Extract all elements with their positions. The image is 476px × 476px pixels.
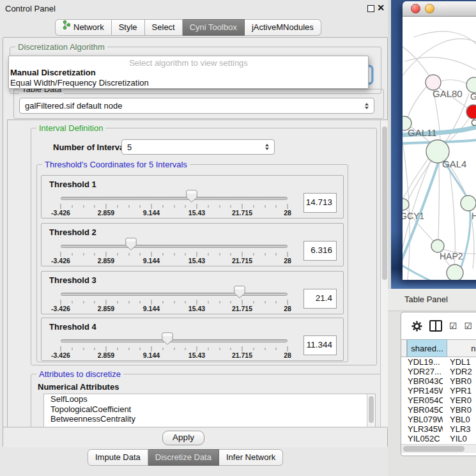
zoom-window-button[interactable] bbox=[439, 4, 447, 13]
network-node-gcy1[interactable] bbox=[403, 199, 409, 210]
tick-mark bbox=[128, 301, 129, 303]
threshold-value-field[interactable]: 14.713 bbox=[303, 193, 337, 213]
network-node-label: GAL4 bbox=[442, 158, 466, 169]
slider-track[interactable] bbox=[61, 245, 288, 248]
network-node-c[interactable] bbox=[466, 105, 476, 119]
slider-handle-icon[interactable] bbox=[125, 238, 137, 250]
tab-network[interactable]: Network bbox=[55, 19, 112, 36]
network-node-hap2[interactable] bbox=[431, 240, 444, 252]
scale-label: -3.426 bbox=[51, 257, 70, 265]
attribute-item[interactable]: BetweennessCentrality bbox=[44, 414, 375, 424]
table-row[interactable]: YBL079WYBL0 bbox=[401, 415, 476, 424]
network-icon bbox=[63, 20, 70, 35]
checkbox-checked-icon[interactable]: ☑ bbox=[464, 321, 473, 330]
table-row[interactable]: YPR145WYPR1 bbox=[401, 386, 476, 395]
attribute-item[interactable]: TopologicalCoefficient bbox=[44, 404, 375, 415]
table-row[interactable]: YIL052CYIL0 bbox=[401, 434, 476, 443]
table-row[interactable]: YBR045CYBR0 bbox=[401, 405, 476, 415]
slider-handle-icon[interactable] bbox=[162, 332, 173, 345]
network-node-h[interactable] bbox=[461, 196, 476, 211]
slider-handle-icon[interactable] bbox=[234, 286, 245, 298]
threshold-card: Threshold 2 -3.4262.8599.14415.4321.7152… bbox=[41, 223, 344, 266]
network-node[interactable] bbox=[447, 265, 463, 280]
scale-label: 28 bbox=[284, 351, 291, 359]
network-edge[interactable] bbox=[408, 87, 426, 117]
tab-style[interactable]: Style bbox=[112, 19, 145, 36]
table-cell-shared-name: YDR27... bbox=[401, 367, 443, 376]
algorithm-option-equal-width[interactable]: Equal Width/Frequency Discretization bbox=[10, 78, 149, 88]
slider-scale-labels: -3.4262.8599.14415.4321.71528 bbox=[61, 351, 288, 360]
tick-mark bbox=[288, 204, 288, 209]
table-row[interactable]: YER054CYER0 bbox=[401, 395, 476, 405]
numerical-attributes-list[interactable]: SelfLoopsTopologicalCoefficientBetweenne… bbox=[43, 394, 376, 428]
scale-label: 2.859 bbox=[98, 351, 114, 359]
threshold-slider[interactable]: -3.4262.8599.14415.4321.71528 bbox=[61, 224, 288, 266]
apply-button[interactable]: Apply bbox=[162, 431, 204, 445]
table-horizontal-scrollbar[interactable] bbox=[401, 444, 476, 453]
table-row[interactable]: YDL19...YDL1 bbox=[401, 357, 476, 367]
tick-mark bbox=[72, 253, 72, 256]
threshold-slider[interactable]: -3.4262.8599.14415.4321.71528 bbox=[61, 176, 288, 218]
table-row[interactable]: YLR345WYLR3 bbox=[401, 424, 476, 434]
bottom-tab-bar: Impute DataDiscretize DataInfer Network bbox=[88, 449, 283, 466]
slider-scale-labels: -3.4262.8599.14415.4321.71528 bbox=[61, 209, 288, 217]
algorithm-option-manual[interactable]: Manual Discretization bbox=[10, 68, 96, 77]
table-row[interactable]: YDR27...YDR2 bbox=[401, 367, 476, 376]
algorithm-placeholder-option[interactable]: Select algorithm to view settings bbox=[9, 58, 368, 68]
minimize-window-button[interactable] bbox=[425, 4, 434, 13]
tick-mark bbox=[242, 346, 243, 351]
threshold-value-field[interactable]: 21.4 bbox=[303, 289, 337, 309]
slider-track[interactable] bbox=[61, 197, 288, 200]
split-columns-icon[interactable] bbox=[429, 320, 442, 332]
table-cell-shared-name: YER054C bbox=[401, 395, 443, 405]
tick-mark bbox=[72, 348, 72, 350]
checkbox-checked-icon[interactable]: ☑ bbox=[449, 321, 457, 330]
close-window-button[interactable] bbox=[411, 4, 420, 13]
tick-mark bbox=[197, 300, 197, 305]
table-header-row: shared... na bbox=[401, 339, 476, 357]
slider-handle-icon[interactable] bbox=[186, 190, 197, 203]
tab-impute-data[interactable]: Impute Data bbox=[88, 449, 148, 466]
tab-select[interactable]: Select bbox=[145, 19, 183, 36]
tick-mark bbox=[276, 253, 277, 256]
column-header-shared-name[interactable]: shared... bbox=[407, 339, 447, 357]
network-edge[interactable] bbox=[405, 57, 476, 72]
tab-discretize-data[interactable]: Discretize Data bbox=[148, 449, 219, 466]
scale-label: 2.859 bbox=[98, 257, 114, 265]
tick-mark bbox=[72, 205, 72, 208]
tick-mark bbox=[128, 348, 129, 350]
attribute-item[interactable]: SelfLoops bbox=[44, 394, 375, 404]
tab-infer-network[interactable]: Infer Network bbox=[219, 449, 283, 466]
tick-mark bbox=[140, 205, 141, 208]
table-row[interactable]: YBR043CYBR0 bbox=[401, 376, 476, 386]
threshold-slider[interactable]: -3.4262.8599.14415.4321.71528 bbox=[61, 272, 288, 314]
tab-jactivemnodules[interactable]: jActiveMNodules bbox=[245, 19, 321, 36]
number-of-intervals-select[interactable]: 5 bbox=[121, 139, 275, 155]
slider-track[interactable] bbox=[61, 339, 288, 342]
threshold-value-field[interactable]: 6.316 bbox=[303, 241, 337, 261]
tab-cyni-toolbox[interactable]: Cyni Toolbox bbox=[183, 19, 245, 36]
table-data-select[interactable]: galFiltered.sif default node bbox=[19, 98, 374, 114]
float-panel-icon[interactable] bbox=[367, 5, 374, 12]
network-node-label: GA bbox=[470, 91, 476, 102]
tick-mark bbox=[83, 253, 84, 256]
tick-mark bbox=[231, 301, 231, 303]
network-canvas[interactable]: GAL80GACGAL11GAL4GCY1HHAP2 bbox=[403, 17, 476, 280]
network-edge[interactable] bbox=[438, 164, 439, 239]
network-edge[interactable] bbox=[441, 80, 467, 84]
close-panel-icon[interactable]: ✕ bbox=[377, 3, 385, 13]
apply-strip: Apply bbox=[3, 427, 387, 447]
network-edge[interactable] bbox=[403, 39, 476, 75]
tick-mark bbox=[61, 204, 61, 209]
combo-stepper-icon bbox=[261, 144, 269, 150]
threshold-slider[interactable]: -3.4262.8599.14415.4321.71528 bbox=[61, 318, 288, 360]
scale-label: 9.144 bbox=[143, 209, 160, 217]
attributes-list-scrollbar[interactable] bbox=[367, 394, 375, 428]
settings-gear-icon[interactable] bbox=[411, 321, 422, 332]
slider-track[interactable] bbox=[61, 293, 288, 296]
scale-label: -3.426 bbox=[51, 351, 70, 359]
column-header-name[interactable]: na bbox=[447, 339, 476, 357]
tick-mark bbox=[174, 205, 174, 208]
threshold-value-field[interactable]: 11.344 bbox=[303, 335, 337, 355]
network-node-ga[interactable] bbox=[466, 77, 476, 93]
